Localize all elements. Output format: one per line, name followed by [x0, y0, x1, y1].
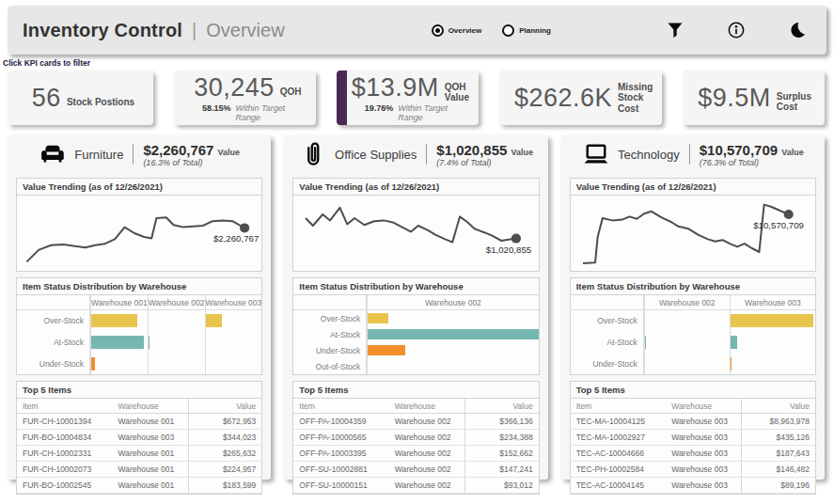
- table-row[interactable]: OFF-SU-10002881Warehouse 002$147,241: [293, 462, 538, 478]
- table-row[interactable]: OFF-PA-10003395Warehouse 002$152,662: [293, 446, 538, 462]
- dark-mode-icon[interactable]: [787, 20, 808, 40]
- item-id: OFF-PA-10004359: [293, 414, 389, 430]
- item-warehouse: Warehouse 002: [389, 462, 465, 478]
- view-option-planning[interactable]: Planning: [502, 24, 551, 37]
- status-bar-at-stock[interactable]: [731, 336, 737, 349]
- kpi-percent: 19.76%: [365, 103, 394, 113]
- table-row[interactable]: TEC-PH-10002584Warehouse 003$146,482: [571, 462, 815, 478]
- kpi-subtext: Within Target Range: [398, 103, 469, 122]
- kpi-main: $262.6KMissingStockCost: [514, 82, 653, 115]
- table-row[interactable]: OFF-PA-10004359Warehouse 002$366,136: [293, 414, 538, 430]
- status-column-header: Warehouse 003: [205, 295, 262, 310]
- status-section: Item Status Distribution by WarehouseWar…: [16, 277, 262, 375]
- category-header: Office Supplies$1,020,855Value(7.4% of T…: [292, 140, 539, 168]
- table-row[interactable]: FUR-CH-10002331Warehouse 001$265,632: [17, 446, 261, 462]
- view-option-label: Planning: [519, 26, 551, 35]
- kpi-value: 56: [32, 84, 61, 113]
- status-bar-under-stock[interactable]: [368, 345, 405, 355]
- status-bar-over-stock[interactable]: [368, 313, 388, 323]
- item-value: $435,126: [742, 430, 815, 446]
- item-id: OFF-SU-10000151: [293, 478, 389, 494]
- category-header: Furniture$2,260,767Value(16.3% of Total): [16, 140, 262, 168]
- top5-table: ItemWarehouseValueOFF-PA-10004359Warehou…: [293, 399, 538, 494]
- kpi-label: QOH: [280, 87, 302, 97]
- radio-overview-selected[interactable]: [432, 24, 444, 37]
- trend-section: Value Trending (as of 12/26/2021)$10,570…: [570, 178, 816, 272]
- item-id: OFF-PA-10000565: [293, 430, 389, 446]
- status-row-label: At-Stock: [571, 332, 644, 354]
- item-warehouse: Warehouse 003: [666, 462, 742, 478]
- status-cell: [644, 353, 730, 374]
- status-cell: [148, 353, 205, 374]
- status-grid: Warehouse 002Over-StockAt-StockUnder-Sto…: [293, 295, 538, 374]
- radio-planning[interactable]: [502, 24, 514, 37]
- status-bar-under-stock[interactable]: [731, 357, 732, 370]
- category-value-block: $1,020,855Value(7.4% of Total): [436, 142, 533, 167]
- item-value: $672,953: [188, 414, 261, 430]
- status-bar-over-stock[interactable]: [91, 314, 137, 327]
- status-bar-under-stock[interactable]: [91, 357, 95, 370]
- view-option-overview[interactable]: Overview: [432, 24, 482, 37]
- category-name: Office Supplies: [335, 148, 417, 162]
- trend-end-dot[interactable]: [240, 223, 249, 232]
- status-cell: [367, 342, 538, 358]
- table-row[interactable]: TEC-AC-10004666Warehouse 003$187,643: [571, 446, 815, 462]
- status-bar-at-stock[interactable]: [91, 336, 144, 349]
- category-value-line: $2,260,767Value: [143, 142, 240, 158]
- item-id: FUR-CH-10002073: [17, 462, 113, 478]
- info-icon[interactable]: [726, 20, 747, 40]
- status-bar-over-stock[interactable]: [731, 314, 813, 327]
- kpi-hint-text: Click KPI cards to filter: [3, 58, 834, 68]
- kpi-main: 56Stock Postions: [23, 84, 144, 113]
- table-row[interactable]: FUR-CH-10001394Warehouse 001$672,953: [17, 414, 261, 430]
- kpi-card-surplus-cost[interactable]: $9.5MSurplus Cost: [683, 71, 825, 125]
- kpi-card-missing-stock-cost[interactable]: $262.6KMissingStockCost: [499, 71, 662, 125]
- table-row[interactable]: FUR-CH-10002073Warehouse 001$224,957: [17, 462, 261, 478]
- paperclip-icon: [299, 140, 327, 168]
- item-value: $366,136: [465, 414, 539, 430]
- table-row[interactable]: FUR-BO-10004834Warehouse 003$344,023: [17, 430, 261, 446]
- trend-title: Value Trending (as of 12/26/2021): [293, 179, 538, 196]
- table-row[interactable]: TEC-MA-10004125Warehouse 003$8,963,978: [571, 414, 815, 430]
- item-warehouse: Warehouse 002: [389, 446, 465, 462]
- kpi-value: $262.6K: [514, 84, 612, 113]
- status-section: Item Status Distribution by WarehouseWar…: [570, 277, 816, 375]
- trend-end-dot[interactable]: [783, 210, 793, 219]
- status-grid: Warehouse 001Warehouse 002Warehouse 003O…: [17, 295, 261, 374]
- trend-title: Value Trending (as of 12/26/2021): [17, 179, 261, 196]
- item-value: $147,241: [465, 462, 539, 478]
- status-bar-at-stock[interactable]: [645, 336, 646, 349]
- status-bar-at-stock[interactable]: [149, 336, 149, 349]
- kpi-subline: 58.15%Within Target Range: [202, 103, 307, 122]
- kpi-card-stock-postions[interactable]: 56Stock Postions: [8, 71, 153, 125]
- kpi-value: $13.9M: [352, 73, 439, 102]
- top5-col-header: Warehouse: [389, 399, 465, 414]
- item-value: $234,388: [465, 430, 539, 446]
- item-id: TEC-MA-10004125: [571, 414, 667, 430]
- kpi-card-qoh-value[interactable]: $13.9MQOH Value19.76%Within Target Range: [337, 71, 479, 125]
- item-value: $187,643: [742, 446, 815, 462]
- table-row[interactable]: OFF-SU-10000151Warehouse 002$93,012: [293, 478, 538, 494]
- status-column-header: Warehouse 002: [148, 295, 205, 310]
- table-row[interactable]: OFF-PA-10000565Warehouse 002$234,388: [293, 430, 538, 446]
- status-row-label: Under-Stock: [571, 353, 644, 374]
- filter-icon[interactable]: [665, 20, 685, 40]
- status-grid-corner: [17, 295, 90, 310]
- table-row[interactable]: TEC-AC-10004145Warehouse 003$89,196: [571, 478, 815, 494]
- category-value-line: $1,020,855Value: [436, 142, 533, 158]
- category-row: Furniture$2,260,767Value(16.3% of Total)…: [8, 135, 825, 480]
- table-row[interactable]: TEC-MA-10002927Warehouse 003$435,126: [571, 430, 815, 446]
- item-id: TEC-AC-10004145: [571, 478, 667, 494]
- kpi-card-qoh[interactable]: 30,245QOH58.15%Within Target Range: [174, 71, 316, 125]
- table-row[interactable]: FUR-BO-10002545Warehouse 001$183,599: [17, 478, 261, 494]
- status-bar-over-stock[interactable]: [206, 314, 223, 327]
- header-divider: [133, 144, 134, 165]
- item-id: TEC-AC-10004666: [571, 446, 667, 462]
- kpi-label: Surplus Cost: [777, 91, 815, 112]
- status-cell: [205, 332, 262, 354]
- trend-end-dot[interactable]: [511, 234, 521, 244]
- status-bar-at-stock[interactable]: [368, 329, 538, 339]
- status-grid-corner: [571, 295, 644, 310]
- header-icons: [624, 20, 808, 40]
- top5-title: Top 5 Items: [571, 382, 815, 399]
